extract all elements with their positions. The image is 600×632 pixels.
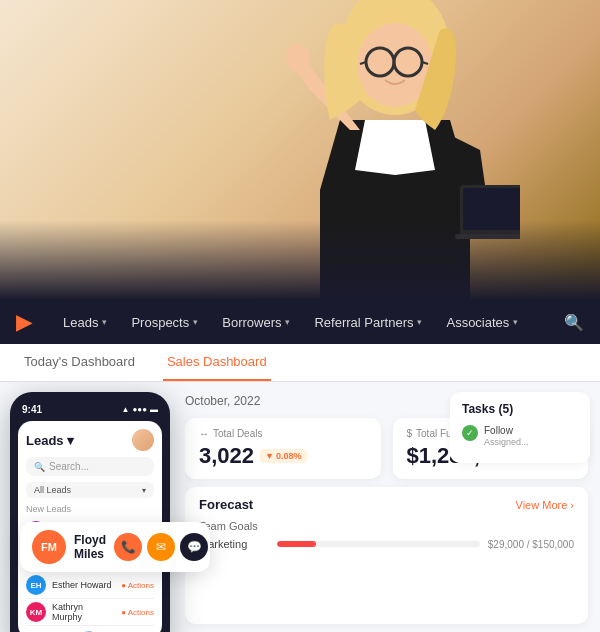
dashboard-content: 9:41 ▲ ●●● ▬ Leads ▾ 🔍 Search... All Lea…	[0, 382, 600, 632]
nav-logo: ▶	[16, 310, 31, 334]
funded-icon: $	[407, 428, 413, 439]
lead-item-2: EH Esther Howard ● Actions	[26, 572, 154, 599]
contact-avatar: FM	[32, 530, 66, 564]
nav-item-borrowers[interactable]: Borrowers ▾	[210, 315, 302, 330]
goal-marketing-bar	[277, 541, 316, 547]
hero-section	[0, 0, 600, 300]
view-more-button[interactable]: View More ›	[516, 499, 574, 511]
search-icon: 🔍	[34, 462, 45, 472]
nav-item-referral[interactable]: Referral Partners ▾	[302, 315, 434, 330]
goal-marketing-bar-container	[277, 541, 480, 547]
svg-point-10	[286, 44, 310, 72]
chat-button[interactable]: 💬	[180, 533, 208, 561]
lead-action-2[interactable]: ● Actions	[121, 581, 154, 590]
stat-card-deals: ↔ Total Deals 3,022 ▼ 0.08%	[185, 418, 381, 479]
tab-today-dashboard[interactable]: Today's Dashboard	[20, 354, 139, 381]
nav-prospects-label: Prospects	[131, 315, 189, 330]
nav-prospects-chevron: ▾	[193, 317, 198, 327]
hero-overlay	[0, 220, 600, 300]
tab-sales-label: Sales Dashboard	[167, 354, 267, 369]
nav-associates-label: Associates	[446, 315, 509, 330]
goal-row-marketing: Marketing $29,000 / $150,000	[199, 538, 574, 550]
deals-badge-arrow: ▼	[265, 451, 274, 461]
navigation-bar: ▶ Leads ▾ Prospects ▾ Borrowers ▾ Referr…	[0, 300, 600, 344]
email-button[interactable]: ✉	[147, 533, 175, 561]
task-text: Follow	[484, 424, 529, 437]
deals-icon: ↔	[199, 428, 209, 439]
lead-action-3[interactable]: ● Actions	[121, 608, 154, 617]
nav-item-associates[interactable]: Associates ▾	[434, 315, 530, 330]
contact-action-buttons: 📞 ✉ 💬	[114, 533, 208, 561]
stat-deals-value: 3,022 ▼ 0.08%	[199, 443, 367, 469]
nav-borrowers-chevron: ▾	[285, 317, 290, 327]
lead-name-2: Esther Howard	[52, 580, 115, 590]
wifi-icon: ▲	[122, 405, 130, 414]
forecast-title: Forecast	[199, 497, 253, 512]
forecast-section: Forecast View More › Team Goals Marketin…	[185, 487, 588, 624]
task-item-0: ✓ Follow Assigned...	[462, 424, 578, 447]
signal-icon: ●●●	[133, 405, 148, 414]
goal-marketing-amount: $29,000 / $150,000	[488, 539, 574, 550]
deals-badge-text: 0.08%	[276, 451, 302, 461]
phone-mockup: 9:41 ▲ ●●● ▬ Leads ▾ 🔍 Search... All Lea…	[10, 392, 170, 632]
lead-avatar-2: EH	[26, 575, 46, 595]
task-check-icon: ✓	[462, 425, 478, 441]
deals-number: 3,022	[199, 443, 254, 469]
stat-deals-text: Total Deals	[213, 428, 262, 439]
nav-item-leads[interactable]: Leads ▾	[51, 315, 119, 330]
phone-status-icons: ▲ ●●● ▬	[122, 405, 158, 414]
tabs-bar: Today's Dashboard Sales Dashboard	[0, 344, 600, 382]
filter-label: All Leads	[34, 485, 71, 495]
nav-referral-chevron: ▾	[417, 317, 422, 327]
forecast-header: Forecast View More ›	[199, 497, 574, 512]
phone-status-bar: 9:41 ▲ ●●● ▬	[18, 404, 162, 415]
nav-borrowers-label: Borrowers	[222, 315, 281, 330]
nav-referral-label: Referral Partners	[314, 315, 413, 330]
stat-deals-label: ↔ Total Deals	[199, 428, 367, 439]
nav-search-icon[interactable]: 🔍	[564, 313, 584, 332]
filter-chevron: ▾	[142, 486, 146, 495]
phone-filter-dropdown[interactable]: All Leads ▾	[26, 482, 154, 498]
lead-name-3: Kathryn Murphy	[52, 602, 115, 622]
task-sub: Assigned...	[484, 437, 529, 447]
contact-card: FM Floyd Miles 📞 ✉ 💬	[20, 522, 210, 572]
nav-leads-chevron: ▾	[102, 317, 107, 327]
tasks-header: Tasks (5)	[462, 402, 578, 416]
battery-icon: ▬	[150, 405, 158, 414]
nav-item-prospects[interactable]: Prospects ▾	[119, 315, 210, 330]
tab-sales-dashboard[interactable]: Sales Dashboard	[163, 354, 271, 381]
call-button[interactable]: 📞	[114, 533, 142, 561]
tab-today-label: Today's Dashboard	[24, 354, 135, 369]
nav-leads-label: Leads	[63, 315, 98, 330]
team-goals-label: Team Goals	[199, 520, 574, 532]
new-leads-label: New Leads	[26, 504, 154, 514]
phone-search-bar[interactable]: 🔍 Search...	[26, 457, 154, 476]
phone-time: 9:41	[22, 404, 42, 415]
nav-associates-chevron: ▾	[513, 317, 518, 327]
tasks-section: Tasks (5) ✓ Follow Assigned...	[450, 392, 590, 463]
contact-name: Floyd Miles	[74, 533, 106, 561]
search-placeholder: Search...	[49, 461, 89, 472]
phone-user-avatar	[132, 429, 154, 451]
phone-title: Leads ▾	[26, 433, 74, 448]
phone-screen-header: Leads ▾	[26, 429, 154, 451]
lead-avatar-3: KM	[26, 602, 46, 622]
lead-item-3: KM Kathryn Murphy ● Actions	[26, 599, 154, 626]
task-content: Follow Assigned...	[484, 424, 529, 447]
deals-badge: ▼ 0.08%	[260, 449, 306, 463]
